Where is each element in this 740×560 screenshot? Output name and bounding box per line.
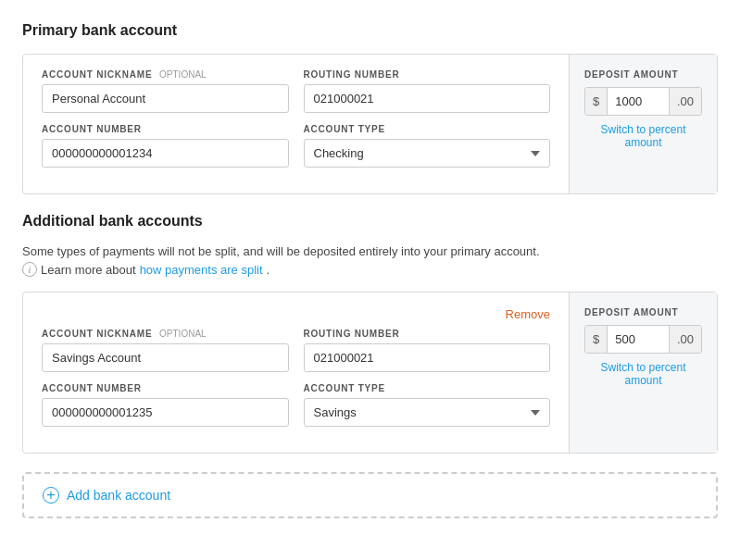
- additional-section-title: Additional bank accounts: [22, 213, 718, 230]
- primary-nickname-input[interactable]: [42, 84, 289, 113]
- additional-row-1: ACCOUNT NICKNAME OPTIONAL ROUTING NUMBER: [42, 329, 550, 372]
- learn-more-link[interactable]: how payments are split: [140, 263, 263, 277]
- plus-circle-icon: +: [43, 487, 59, 504]
- learn-more-row: i Learn more about how payments are spli…: [22, 262, 718, 277]
- primary-section-title: Primary bank account: [22, 22, 718, 39]
- additional-deposit-panel: DEPOSIT AMOUNT $ .00 Switch to percent a…: [569, 292, 717, 453]
- primary-routing-label: ROUTING NUMBER: [304, 69, 551, 80]
- primary-account-number-group: ACCOUNT NUMBER: [42, 124, 289, 168]
- info-icon: i: [22, 262, 37, 277]
- learn-suffix: .: [267, 263, 270, 277]
- additional-deposit-cents: .00: [669, 326, 701, 353]
- additional-bank-section: Additional bank accounts Some types of p…: [22, 213, 718, 518]
- primary-account-type-group: ACCOUNT TYPE Checking Savings: [304, 124, 551, 168]
- primary-card-main: ACCOUNT NICKNAME OPTIONAL ROUTING NUMBER…: [23, 55, 569, 193]
- remove-account-button[interactable]: Remove: [506, 307, 550, 321]
- primary-deposit-panel: DEPOSIT AMOUNT $ .00 Switch to percent a…: [569, 55, 717, 193]
- primary-account-number-label: ACCOUNT NUMBER: [42, 124, 289, 134]
- primary-deposit-cents: .00: [669, 88, 701, 115]
- additional-deposit-label: DEPOSIT AMOUNT: [584, 307, 678, 317]
- primary-row-2: ACCOUNT NUMBER ACCOUNT TYPE Checking Sav…: [42, 124, 550, 168]
- additional-account-number-label: ACCOUNT NUMBER: [42, 383, 289, 393]
- add-bank-account-button[interactable]: + Add bank account: [22, 472, 718, 518]
- primary-account-number-input[interactable]: [42, 139, 289, 168]
- remove-button-row: Remove: [42, 307, 550, 321]
- additional-nickname-label: ACCOUNT NICKNAME OPTIONAL: [42, 329, 289, 339]
- additional-row-2: ACCOUNT NUMBER ACCOUNT TYPE Checking Sav…: [42, 383, 550, 427]
- primary-row-1: ACCOUNT NICKNAME OPTIONAL ROUTING NUMBER: [42, 69, 550, 113]
- additional-account-type-group: ACCOUNT TYPE Checking Savings: [304, 383, 551, 427]
- additional-nickname-group: ACCOUNT NICKNAME OPTIONAL: [42, 329, 289, 372]
- primary-deposit-input-row: $ .00: [584, 87, 702, 116]
- primary-currency-symbol: $: [585, 88, 608, 115]
- primary-switch-to-percent-button[interactable]: Switch to percent amount: [584, 123, 702, 149]
- additional-nickname-input[interactable]: [42, 343, 289, 372]
- primary-nickname-label: ACCOUNT NICKNAME OPTIONAL: [42, 69, 289, 80]
- primary-account-type-label: ACCOUNT TYPE: [304, 124, 551, 134]
- additional-account-type-label: ACCOUNT TYPE: [304, 383, 551, 393]
- primary-deposit-amount-input[interactable]: [608, 88, 669, 115]
- additional-bank-card: Remove ACCOUNT NICKNAME OPTIONAL ROUTING…: [22, 292, 718, 454]
- primary-bank-card: ACCOUNT NICKNAME OPTIONAL ROUTING NUMBER…: [22, 54, 718, 194]
- primary-nickname-group: ACCOUNT NICKNAME OPTIONAL: [42, 69, 289, 113]
- additional-card-main: Remove ACCOUNT NICKNAME OPTIONAL ROUTING…: [23, 292, 569, 453]
- add-bank-account-label: Add bank account: [67, 488, 170, 503]
- additional-account-number-input[interactable]: [42, 398, 289, 427]
- additional-deposit-amount-input[interactable]: [608, 326, 669, 353]
- additional-info-text: Some types of payments will not be split…: [22, 244, 718, 258]
- additional-routing-input[interactable]: [304, 343, 551, 372]
- additional-routing-group: ROUTING NUMBER: [304, 329, 551, 372]
- additional-currency-symbol: $: [585, 326, 608, 353]
- primary-routing-group: ROUTING NUMBER: [304, 69, 551, 113]
- additional-account-number-group: ACCOUNT NUMBER: [42, 383, 289, 427]
- primary-deposit-label: DEPOSIT AMOUNT: [584, 69, 678, 80]
- primary-account-type-select[interactable]: Checking Savings: [304, 139, 551, 168]
- additional-account-type-select[interactable]: Checking Savings: [304, 398, 551, 427]
- additional-deposit-input-row: $ .00: [584, 325, 702, 354]
- learn-prefix: Learn more about: [41, 263, 136, 277]
- primary-routing-input[interactable]: [304, 84, 551, 113]
- additional-switch-to-percent-button[interactable]: Switch to percent amount: [584, 361, 702, 387]
- primary-bank-section: Primary bank account ACCOUNT NICKNAME OP…: [22, 22, 718, 194]
- additional-routing-label: ROUTING NUMBER: [304, 329, 551, 339]
